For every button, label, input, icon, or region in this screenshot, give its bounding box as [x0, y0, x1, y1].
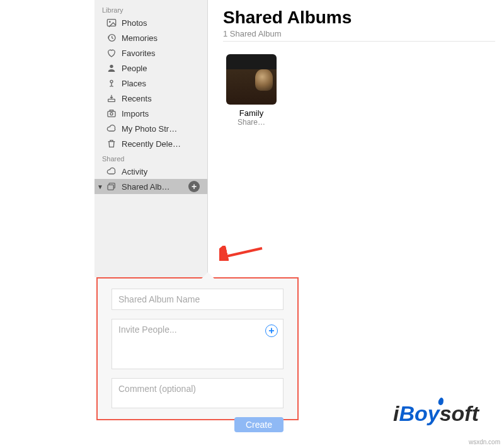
clock-back-icon: [106, 32, 117, 43]
photos-icon: [106, 17, 117, 28]
svg-point-4: [110, 80, 113, 83]
add-invitee-button[interactable]: +: [265, 325, 278, 337]
invite-people-input[interactable]: Invite People... +: [112, 319, 284, 369]
sidebar-item-favorites[interactable]: Favorites: [94, 45, 207, 60]
sidebar-item-places[interactable]: Places: [94, 76, 207, 91]
trash-icon: [106, 138, 117, 149]
sidebar-section-library: Library: [94, 3, 207, 15]
svg-rect-8: [110, 110, 113, 112]
sidebar-item-photostream[interactable]: My Photo Str…: [94, 121, 207, 136]
photos-window: Library Photos Memories Favorites People…: [94, 0, 504, 277]
sidebar-item-label: Recently Dele…: [122, 139, 181, 149]
page-title: Shared Albums: [223, 8, 495, 28]
sidebar-item-photos[interactable]: Photos: [94, 15, 207, 30]
page-subtitle: 1 Shared Album: [223, 29, 495, 38]
sidebar-item-people[interactable]: People: [94, 60, 207, 76]
camera-icon: [106, 108, 117, 119]
sidebar-item-label: Photos: [122, 18, 147, 28]
stack-icon: [106, 181, 117, 192]
svg-rect-5: [108, 99, 115, 101]
sidebar-item-label: Imports: [122, 109, 149, 118]
cloud-icon: [106, 166, 117, 177]
sidebar-item-label: Recents: [122, 94, 152, 103]
main-content: Shared Albums 1 Shared Album Family Shar…: [208, 0, 504, 277]
album-name: Family: [223, 108, 280, 118]
comment-input[interactable]: Comment (optional): [112, 378, 284, 408]
placeholder-text: Invite People...: [118, 325, 177, 335]
svg-point-7: [110, 113, 113, 115]
download-tray-icon: [106, 93, 117, 104]
new-shared-album-popover: Shared Album Name Invite People... + Com…: [96, 277, 299, 420]
sidebar: Library Photos Memories Favorites People…: [94, 0, 208, 277]
sidebar-item-label: My Photo Str…: [122, 124, 177, 134]
sidebar-item-shared-albums[interactable]: ▼ Shared Alb… +: [94, 179, 207, 194]
album-thumbnail: [226, 54, 277, 105]
svg-point-3: [110, 65, 113, 68]
popover-actions: Create: [112, 417, 284, 432]
person-icon: [106, 62, 117, 74]
album-subtitle: Share…: [223, 118, 280, 127]
divider: [223, 41, 495, 42]
svg-rect-10: [108, 185, 113, 190]
sidebar-item-memories[interactable]: Memories: [94, 30, 207, 45]
sidebar-item-label: Memories: [122, 33, 158, 43]
sidebar-item-recently-deleted[interactable]: Recently Dele…: [94, 136, 207, 151]
create-button[interactable]: Create: [234, 417, 284, 432]
sidebar-item-imports[interactable]: Imports: [94, 106, 207, 121]
sidebar-item-label: Activity: [122, 167, 147, 176]
sidebar-item-activity[interactable]: Activity: [94, 164, 207, 179]
popover-tip: [202, 272, 214, 279]
sidebar-item-label: Favorites: [122, 49, 155, 58]
sidebar-item-label: Shared Alb…: [122, 182, 170, 192]
source-label: wsxdn.com: [469, 439, 500, 445]
watermark-logo: iBoysoft: [393, 401, 479, 426]
heart-icon: [106, 47, 117, 59]
album-name-input[interactable]: Shared Album Name: [112, 289, 284, 310]
disclosure-triangle-icon[interactable]: ▼: [97, 183, 103, 190]
sidebar-item-recents[interactable]: Recents: [94, 91, 207, 106]
svg-rect-0: [107, 20, 115, 26]
add-shared-album-button[interactable]: +: [188, 181, 200, 192]
sidebar-item-label: People: [122, 64, 147, 73]
album-grid: Family Share…: [223, 54, 495, 127]
shared-album-item[interactable]: Family Share…: [223, 54, 280, 127]
svg-point-1: [109, 21, 111, 23]
svg-rect-6: [108, 112, 115, 117]
sidebar-item-label: Places: [122, 79, 146, 88]
sidebar-section-shared: Shared: [94, 151, 207, 164]
cloud-icon: [106, 123, 117, 134]
pin-icon: [106, 78, 117, 89]
